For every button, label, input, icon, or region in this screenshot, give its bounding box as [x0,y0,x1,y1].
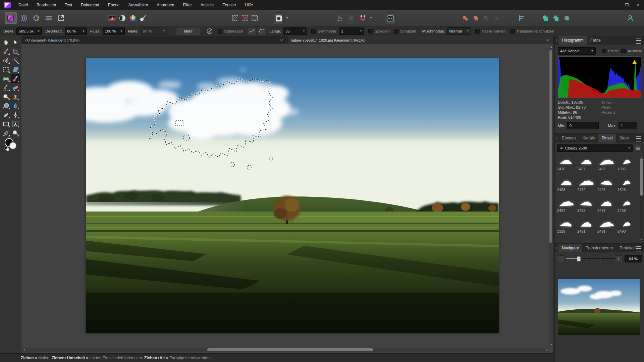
brush-item[interactable]: ☁2498 [557,175,576,194]
selection-brush-tool[interactable] [2,56,10,65]
auto-colors-button[interactable] [128,12,138,24]
brush-scrollbar-thumb[interactable] [640,158,643,196]
text-tool[interactable] [11,120,20,128]
tab-ebenen[interactable]: Ebenen [558,134,579,142]
min-field[interactable]: 0 [567,122,599,129]
zoom-slider[interactable] [566,256,613,262]
zoom-value-field[interactable]: 64 % [625,255,642,262]
selection-checkbox[interactable] [621,49,626,53]
zoom-in-button[interactable]: + [615,255,623,262]
auto-levels-button[interactable] [107,12,117,24]
brush-item[interactable]: ☁2489 [597,154,616,174]
clone-stamp-tool[interactable] [11,93,20,101]
navigator-thumbnail[interactable] [558,279,640,335]
move-to-back-button[interactable] [492,12,501,24]
minimize-icon[interactable]: – [610,0,621,10]
marquee-select-tool[interactable] [2,65,10,74]
mesh-warp-tool[interactable] [2,129,10,137]
flood-fill-tool[interactable] [11,65,20,74]
width-field[interactable]: 589,5 px [16,27,42,35]
mirror-checkbox[interactable] [368,29,373,34]
layer-checkbox[interactable] [602,49,606,53]
alignment-button[interactable] [517,12,527,24]
account-button[interactable] [625,12,636,24]
zoom-tool[interactable] [11,129,20,137]
brush-item[interactable]: ☁2497 [557,196,576,215]
document-tab-untitled[interactable]: <Unbenannt> [Geändert] (70.8%) ✕ [21,36,287,44]
horizontal-scrollbar[interactable]: ◂ ▸ [22,348,549,352]
panel-grip[interactable]: ‖ [555,244,558,252]
quick-mask-button[interactable] [274,12,284,24]
menu-datei[interactable]: Datei [14,0,32,10]
move-forward-button[interactable] [471,12,480,24]
tab-kanaele[interactable]: Kanäle [579,134,598,142]
brush-item[interactable]: ☁2497 [597,175,616,194]
menu-dokument[interactable]: Dokument [76,0,104,10]
zoom-out-button[interactable]: − [557,255,565,262]
menu-anordnen[interactable]: Anordnen [152,0,178,10]
close-icon[interactable]: ✕ [633,0,644,10]
tab-transformieren[interactable]: Transformieren [582,244,616,252]
assistant-button[interactable] [385,12,396,24]
move-tool[interactable] [11,38,20,47]
blend-mode-select[interactable]: Normal [447,27,471,35]
vertical-scrollbar-thumb[interactable] [549,50,552,243]
panel-menu-icon[interactable] [636,136,641,141]
menu-fenster[interactable]: Fenster [218,0,240,10]
tab-close-icon[interactable]: ✕ [279,38,284,43]
menu-hilfe[interactable]: Hilfe [240,0,257,10]
brush-item-partial[interactable]: ☁ [557,237,576,242]
dodge-brush-tool[interactable] [2,93,10,101]
tab-navigator[interactable]: Navigator [558,244,582,252]
color-replacement-brush-tool[interactable] [2,83,10,92]
tab-histogramm[interactable]: Histogramm [558,36,587,45]
menu-auswaehlen[interactable]: Auswählen [124,0,152,10]
horizontal-scrollbar-thumb[interactable] [207,348,373,351]
menu-bearbeiten[interactable]: Bearbeiten [32,0,60,10]
color-wells[interactable] [4,137,17,151]
snapping-options-button[interactable] [346,12,356,24]
brush-item[interactable]: ☁2491 [577,217,596,236]
gradient-tool[interactable] [2,74,10,83]
opacity-field[interactable]: 86 % [65,27,87,35]
smudge-brush-tool[interactable] [2,111,10,119]
pen-tool[interactable] [11,111,20,119]
brush-item[interactable]: ☁2472 [577,175,596,194]
channels-select[interactable]: Alle Kanäle [558,47,596,55]
stabilizer-checkbox[interactable] [218,29,222,34]
erase-brush-tool[interactable] [11,83,20,92]
magnet-snap-button[interactable] [358,12,368,24]
flow-field[interactable]: 100 % [103,27,125,35]
menu-ansicht[interactable]: Ansicht [196,0,218,10]
document-tab-nature[interactable]: nature-7595617_1920.jpg [Geändert] (64.1… [287,36,553,44]
tab-stock[interactable]: Stock [616,134,633,142]
restore-icon[interactable]: ❐ [621,0,633,10]
menu-filter[interactable]: Filter [178,0,196,10]
brush-item-partial[interactable]: ☁ [577,237,596,242]
auto-contrast-button[interactable] [118,12,127,24]
boolean-add-button[interactable] [541,12,550,24]
brush-item[interactable]: ☁2476 [557,154,576,174]
panel-grip[interactable]: ‖ [555,36,558,45]
protect-alpha-checkbox[interactable] [510,29,515,34]
brush-item[interactable]: ☁1329 [557,217,576,236]
boolean-subtract-button[interactable] [551,12,560,24]
menu-ebene[interactable]: Ebene [104,0,124,10]
snapping-button[interactable] [335,12,345,24]
liquify-persona-button[interactable] [18,12,30,24]
brush-item[interactable]: ☁2491 [597,217,616,236]
brush-settings-button[interactable] [206,27,214,35]
panel-menu-icon[interactable] [636,39,641,44]
canvas-workspace[interactable]: ▲ ▼ ◂ ▸ [21,44,553,353]
max-field[interactable]: 1 [619,122,637,129]
window-stabilizer-button[interactable] [257,27,266,35]
tab-farbe[interactable]: Farbe [587,36,604,45]
length-field[interactable]: 35 [283,27,307,35]
panel-grip[interactable]: ‖ [555,134,558,142]
brush-item[interactable]: ☁1823 [618,175,636,194]
rectangle-shape-tool[interactable] [2,120,10,128]
flood-select-tool[interactable] [11,56,20,65]
blur-brush-tool[interactable] [2,102,10,110]
sharpen-brush-tool[interactable] [11,102,20,110]
invert-selection-button[interactable] [250,12,259,24]
